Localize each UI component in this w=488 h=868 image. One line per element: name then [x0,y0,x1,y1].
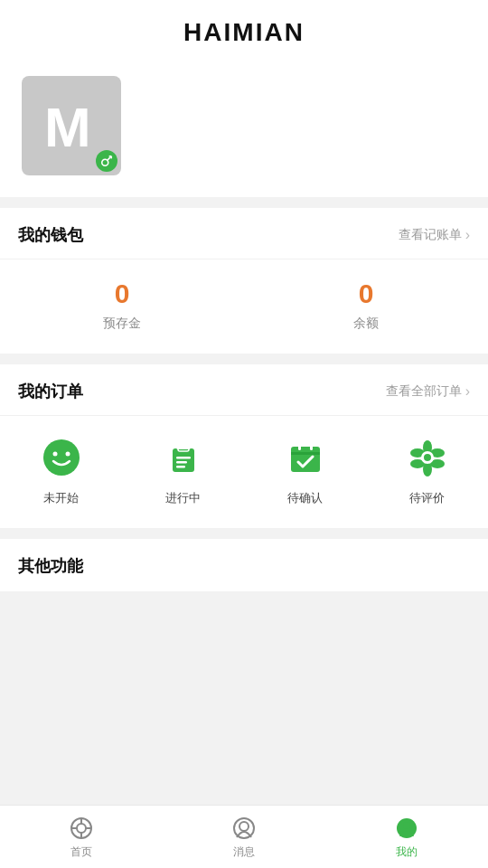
flower-icon [404,434,451,481]
order-label-pending-confirm: 待确认 [287,490,323,506]
wallet-header: 我的钱包 查看记账单 › [0,208,488,259]
svg-rect-15 [291,452,320,455]
svg-point-27 [77,824,86,833]
smile-icon [38,434,85,481]
order-label-pending-review: 待评价 [409,490,445,506]
nav-item-messages[interactable]: 消息 [163,810,325,863]
svg-point-5 [43,439,80,476]
chevron-right-icon: › [465,227,470,243]
header: HAIMIAN [0,0,488,61]
order-label-not-started: 未开始 [43,490,79,506]
svg-point-1 [102,159,108,165]
balance-value: 0 [244,278,488,310]
message-icon [231,816,257,841]
wallet-card: 我的钱包 查看记账单 › 0 预存金 0 余额 [0,208,488,354]
nav-item-home[interactable]: 首页 [0,810,163,863]
other-card: 其他功能 [0,539,488,591]
svg-rect-13 [176,466,185,468]
order-item-in-progress[interactable]: 进行中 [122,434,244,506]
orders-card: 我的订单 查看全部订单 › 未开始 [0,364,488,528]
user-circle-icon [394,816,419,841]
gender-badge [96,150,117,172]
svg-point-33 [239,822,249,831]
avatar-section: M [0,61,488,197]
deposit-value: 0 [0,278,244,310]
order-item-pending-review[interactable]: 待评价 [366,434,488,506]
nav-label-home: 首页 [70,844,92,860]
svg-point-25 [424,454,431,461]
svg-point-6 [52,452,57,457]
wallet-link[interactable]: 查看记账单 › [399,227,470,243]
balance-label: 余额 [244,316,488,332]
order-item-not-started[interactable]: 未开始 [0,434,122,506]
nav-item-mine[interactable]: 我的 [325,810,488,863]
svg-rect-8 [173,448,194,472]
nav-label-messages: 消息 [233,844,255,860]
svg-point-35 [403,822,410,829]
wallet-stats: 0 预存金 0 余额 [0,259,488,354]
avatar-wrapper[interactable]: M [22,76,121,175]
app-title: HAIMIAN [183,18,305,46]
home-icon [69,816,94,841]
deposit-label: 预存金 [0,316,244,332]
chevron-right-icon: › [465,383,470,400]
svg-point-7 [65,452,70,457]
orders-link[interactable]: 查看全部订单 › [386,383,470,400]
nav-label-mine: 我的 [396,844,418,860]
order-item-pending-confirm[interactable]: 待确认 [244,434,366,506]
svg-rect-17 [310,443,313,450]
wallet-title: 我的钱包 [18,224,83,246]
svg-rect-16 [298,443,301,450]
balance-stat: 0 余额 [244,278,488,332]
deposit-stat: 0 预存金 [0,278,244,332]
svg-rect-14 [291,447,320,472]
male-icon [100,155,113,167]
wallet-link-label: 查看记账单 [399,227,462,243]
svg-rect-11 [176,457,191,459]
orders-title: 我的订单 [18,381,83,402]
orders-header: 我的订单 查看全部订单 › [0,364,488,416]
clipboard-icon [160,434,207,481]
bottom-nav: 首页 消息 我的 [0,805,488,868]
svg-rect-10 [176,445,191,449]
svg-rect-12 [176,461,187,464]
avatar-logo-icon: M [40,94,103,157]
calendar-check-icon [282,434,329,481]
orders-link-label: 查看全部订单 [386,383,462,400]
svg-text:M: M [44,96,91,157]
order-label-in-progress: 进行中 [165,490,201,506]
order-icons-row: 未开始 进行中 [0,416,488,528]
other-title: 其他功能 [18,557,83,575]
